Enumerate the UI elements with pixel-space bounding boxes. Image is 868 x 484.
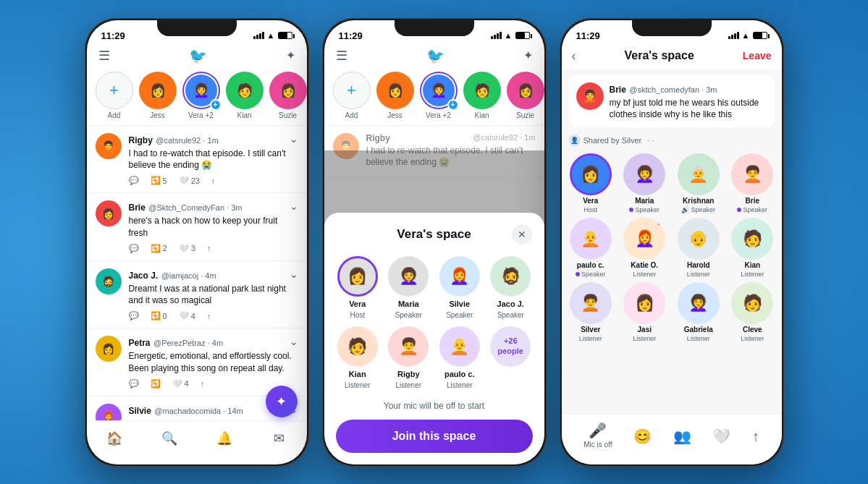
sparkle-icon[interactable]: ✦: [286, 48, 295, 62]
speaker-silvie: 👩‍🦰 Silvie Speaker: [438, 256, 482, 319]
participant-paulo: 🧑‍🦲 paulo c. Speaker: [566, 218, 616, 278]
tweet-petra: 👩 Petra @PerezPetraz · 4m ⌄ Energetic, e…: [87, 328, 307, 396]
space-view-title: Vera's space: [624, 49, 694, 62]
participant-gabriela: 👩‍🦱 Gabriela Listener: [674, 282, 724, 342]
listener-rigby-avatar: 🧑‍🦱: [388, 326, 429, 367]
story-kian-avatar: 🧑: [226, 72, 264, 109]
featured-tweet: 🧑‍🦱 Brie @sktch_comedyfan · 3m my bf jus…: [569, 75, 775, 127]
battery-2: [515, 32, 530, 39]
listener-kian-avatar: 🧑: [337, 326, 378, 367]
participant-vera: 👩 Vera Host: [566, 153, 616, 213]
listener-paulo: 🧑‍🦲 paulo c. Listener: [438, 326, 482, 389]
listener-paulo-avatar: 🧑‍🦲: [439, 326, 480, 367]
story-suzie[interactable]: 👩 Suzie: [269, 72, 307, 119]
space-header: ‹ Vera's space Leave: [562, 44, 782, 69]
speaker-vera: 👩 Vera Host: [336, 256, 380, 319]
add-story-btn-2[interactable]: +: [333, 72, 371, 109]
featured-tweet-avatar: 🧑‍🦱: [576, 82, 604, 110]
people-icon[interactable]: 👥: [673, 428, 691, 445]
phone-3: 11:29 ▲ ‹ Vera's space Leave 🧑‍🦱: [560, 18, 784, 467]
listener-kian: 🧑 Kian Listener: [336, 326, 380, 389]
twitter-nav-1: ☰ 🐦 ✦: [87, 44, 307, 69]
battery-icon: [278, 32, 292, 39]
twitter-logo: 🐦: [189, 47, 207, 64]
mic-notice: Your mic will be off to start: [384, 401, 484, 411]
speaker-silvie-avatar: 👩‍🦰: [439, 256, 480, 297]
plus-badge: +: [210, 99, 222, 111]
speaker-vera-avatar: 👩: [337, 256, 378, 297]
participant-kian-avatar: 🧑: [731, 218, 773, 260]
story-add[interactable]: + Add: [96, 72, 133, 119]
phone-2: 11:29 ▲ ☰ 🐦 ✦ + Add: [322, 18, 547, 467]
space-bottom-bar: 🎤 Mic is off 😊 👥 🤍 ↑: [562, 414, 782, 464]
participant-gabriela-avatar: 👩‍🦱: [678, 282, 720, 324]
phone-notch-1: [157, 20, 237, 36]
story-jess-avatar: 👩: [139, 72, 177, 109]
emoji-icon[interactable]: 😊: [633, 428, 652, 445]
join-space-btn[interactable]: Join this space: [336, 420, 533, 453]
participant-maria-avatar: 👩‍🦱: [623, 153, 665, 195]
plus26-avatar: +26people: [490, 326, 531, 367]
space-modal-close[interactable]: ✕: [512, 224, 532, 245]
story-vera[interactable]: 👩‍🦱 + Vera +2: [182, 72, 220, 119]
participant-cleve-avatar: 🧑: [731, 282, 773, 324]
tweet-rigby: 🧑‍🦱 Rigby @catsrule92 · 1m ⌄ I had to re…: [87, 126, 307, 194]
participant-brie: 🧑‍🦱 Brie Speaker: [728, 153, 778, 213]
participant-jasi-avatar: 👩: [623, 282, 665, 324]
tweet-brie: 👩 Brie @Sktch_ComedyFan · 3m ⌄ here's a …: [87, 193, 307, 261]
phone-2-screen: 11:29 ▲ ☰ 🐦 ✦ + Add: [324, 20, 544, 464]
menu-icon[interactable]: ☰: [98, 48, 110, 64]
100-emoji: 💯: [657, 218, 665, 225]
time-1: 11:29: [101, 30, 125, 41]
shared-icon: 👤: [569, 135, 581, 146]
story-vera-label: Vera +2: [188, 111, 214, 119]
stories-row-2: + Add 👩 Jess 👩‍🦱 + Vera +2 🧑 Kian: [324, 69, 544, 125]
leave-button[interactable]: Leave: [743, 50, 772, 61]
participant-harold-avatar: 👴: [678, 218, 720, 260]
tweet-brie-avatar: 👩: [96, 200, 122, 226]
participant-krishnan-avatar: 🧑‍🦳: [678, 153, 720, 195]
time-3: 11:29: [576, 30, 600, 41]
stories-row-1: + Add 👩 Jess 👩‍🦱 + Vera +2: [87, 69, 307, 125]
mic-icon[interactable]: 🎤: [589, 422, 607, 439]
story-kian[interactable]: 🧑 Kian: [226, 72, 264, 119]
space-modal-overlay: Vera's space ✕ 👩 Vera Host 👩‍🦱 Maria Spe…: [324, 150, 544, 464]
bottom-nav-1: 🏠 🔍 🔔 ✉: [87, 420, 307, 464]
nav-home[interactable]: 🏠: [100, 427, 129, 450]
add-story-btn[interactable]: +: [96, 72, 133, 109]
status-icons-1: ▲: [253, 31, 292, 40]
participant-cleve: 🧑 Cleve Listener: [728, 282, 778, 342]
participant-maria: 👩‍🦱 Maria Speaker: [620, 153, 670, 213]
share-icon[interactable]: ↑: [752, 428, 759, 445]
story-jess[interactable]: 👩 Jess: [139, 72, 177, 119]
participant-krishnan: 🧑‍🦳 Krishnan 🔊 Speaker: [674, 153, 724, 213]
phone-1-screen: 11:29 ▲ ☰ 🐦 ✦: [87, 20, 307, 464]
twitter-nav-2: ☰ 🐦 ✦: [324, 44, 544, 69]
nav-mail[interactable]: ✉: [265, 427, 294, 450]
participant-silver: 🧑‍🦱 Silver Listener: [566, 282, 616, 342]
story-kian-label: Kian: [237, 111, 251, 119]
time-2: 11:29: [339, 30, 363, 41]
heart-icon[interactable]: 🤍: [712, 428, 730, 445]
space-modal-title: Vera's space: [397, 227, 471, 242]
space-modal: Vera's space ✕ 👩 Vera Host 👩‍🦱 Maria Spe…: [324, 213, 544, 464]
signal-icon: [253, 32, 264, 39]
space-modal-header: Vera's space ✕: [336, 224, 533, 245]
participant-harold: 👴 Harold Listener: [674, 218, 724, 278]
compose-fab[interactable]: ✦: [266, 386, 298, 417]
story-add-label: Add: [108, 111, 121, 119]
mic-status: Mic is off: [583, 441, 612, 451]
shared-by-label: 👤 Shared by Silver · ·: [569, 135, 775, 146]
wifi-icon: ▲: [267, 31, 275, 40]
participant-brie-avatar: 🧑‍🦱: [731, 153, 773, 195]
nav-search[interactable]: 🔍: [155, 427, 184, 450]
back-button[interactable]: ‹: [572, 48, 576, 64]
story-suzie-avatar: 👩: [269, 72, 307, 109]
speaker-jaco: 🧔 Jaco J. Speaker: [489, 256, 533, 319]
tweet-jaco-avatar: 🧔: [96, 268, 122, 294]
story-vera-avatar: 👩‍🦱 +: [182, 72, 220, 109]
nav-bell[interactable]: 🔔: [210, 427, 239, 450]
participant-silver-avatar: 🧑‍🦱: [570, 282, 612, 324]
wifi-icon-2: ▲: [505, 31, 513, 40]
speaker-jaco-avatar: 🧔: [490, 256, 531, 297]
